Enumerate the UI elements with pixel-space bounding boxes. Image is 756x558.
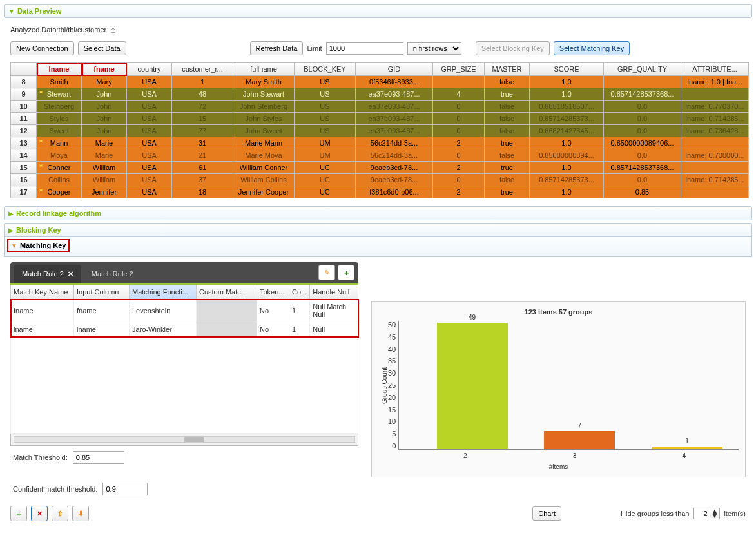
section-title: Matching Key [20, 242, 66, 249]
tab-label: Match Rule 2 [92, 270, 133, 278]
confident-threshold-input[interactable] [102, 483, 148, 495]
section-header-data-preview[interactable]: ▼ Data Preview [4, 4, 752, 18]
column-header[interactable] [11, 63, 37, 76]
table-row[interactable]: 14MoyaMarieUSA21Marie MoyaUM56c214dd-3a.… [11, 149, 749, 162]
table-row[interactable]: 13MannMarieUSA31Marie MannUM56c214dd-3a.… [11, 137, 749, 149]
table-row[interactable]: 9StewartJohnUSA48John StewartUSea37e093-… [11, 88, 749, 101]
mk-column-header[interactable]: Token... [257, 284, 289, 300]
add-rule-button[interactable]: ＋ [338, 265, 354, 280]
mk-column-header[interactable]: Handle Null [310, 284, 358, 300]
move-up-button[interactable]: ⇧ [52, 506, 68, 521]
mk-column-header[interactable]: Matching Functi... [130, 284, 197, 300]
section-title: Data Preview [17, 7, 61, 15]
chart-xtick: 4 [629, 450, 739, 459]
column-header[interactable]: GID [356, 63, 433, 76]
mk-column-header[interactable]: Match Key Name [11, 284, 74, 300]
delete-button[interactable]: ✕ [31, 506, 48, 521]
select-blocking-key-button: Select Blocking Key [476, 41, 550, 55]
chevron-down-icon: ▼ [11, 242, 17, 249]
tab-match-rule-active[interactable]: Match Rule 2 ✕ [14, 265, 81, 283]
tab-match-rule[interactable]: Match Rule 2 [84, 265, 141, 283]
chart-bar: 49 [437, 323, 508, 449]
chart-xlabel: #items [378, 459, 739, 470]
chart-button[interactable]: Chart [532, 506, 561, 521]
move-down-button[interactable]: ⇩ [72, 506, 89, 521]
section-header-blocking-key[interactable]: ▶ Blocking Key [4, 223, 752, 236]
section-title: Record linkage algorithm [16, 209, 101, 217]
table-row[interactable]: 10SteinbergJohnUSA72John SteinbergUSea37… [11, 101, 749, 113]
mk-row[interactable]: lnamelnameJaro-WinklerNo1Null [11, 322, 358, 337]
group-chart: 123 items 57 groups Group Count 50454035… [371, 301, 746, 477]
hide-groups-label-post: item(s) [724, 510, 746, 517]
chevron-right-icon: ▶ [8, 210, 14, 217]
confident-threshold-label: Confident match threshold: [13, 485, 97, 493]
select-matching-key-button[interactable]: Select Matching Key [554, 41, 630, 55]
edit-rule-button[interactable]: ✎ [318, 265, 335, 280]
mk-row[interactable]: fnamefnameLevenshteinNo1Null Match Null [11, 300, 358, 322]
table-row[interactable]: 8SmithMaryUSA1Mary SmithUS0f5646ff-8933.… [11, 76, 749, 88]
match-threshold-label: Match Threshold: [13, 454, 68, 461]
column-header[interactable]: country [127, 63, 172, 76]
select-data-button[interactable]: Select Data [78, 41, 126, 55]
table-row[interactable]: 11StylesJohnUSA15John StylesUSea37e093-4… [11, 113, 749, 125]
column-header[interactable]: SCORE [530, 63, 604, 76]
table-row[interactable]: 17CooperJenniferUSA18Jennifer CooperUCf3… [11, 186, 749, 198]
mk-column-header[interactable]: Co... [289, 284, 310, 300]
column-header[interactable]: fname [82, 63, 127, 76]
close-tab-icon[interactable]: ✕ [68, 270, 73, 278]
data-preview-table[interactable]: lnamefnamecountrycustomer_r...fullnameBL… [10, 62, 749, 198]
hide-groups-spinner[interactable]: ▲▼ [693, 508, 721, 519]
column-header[interactable]: BLOCK_KEY [295, 63, 356, 76]
column-header[interactable]: fullname [233, 63, 295, 76]
refresh-data-button[interactable]: Refresh Data [250, 41, 304, 55]
mk-column-header[interactable]: Custom Matc... [197, 284, 257, 300]
mk-column-header[interactable]: Input Column [74, 284, 130, 300]
match-threshold-input[interactable] [73, 451, 124, 464]
section-title: Blocking Key [16, 226, 61, 234]
section-header-matching-key[interactable]: ▼ Matching Key [7, 239, 70, 252]
chart-title: 123 items 57 groups [378, 308, 739, 321]
column-header[interactable]: lname [37, 63, 82, 76]
chevron-down-icon: ▼ [8, 8, 15, 15]
tab-label: Match Rule 2 [22, 270, 64, 278]
table-row[interactable]: 15ConnerWilliamUSA61William ConnerUC9eae… [11, 162, 749, 174]
section-header-record-linkage[interactable]: ▶ Record linkage algorithm [4, 206, 752, 220]
hide-groups-label-pre: Hide groups less than [621, 510, 689, 517]
chart-bar: 7 [544, 431, 615, 449]
column-header[interactable]: customer_r... [172, 63, 233, 76]
hide-groups-input[interactable] [694, 508, 710, 519]
chart-xtick: 3 [520, 450, 630, 459]
limit-label: Limit [307, 44, 322, 52]
chart-xtick: 2 [411, 450, 520, 459]
spinner-down-icon[interactable]: ▼ [712, 514, 719, 518]
chart-ylabel: Group Count [378, 321, 388, 450]
column-header[interactable]: ATTRIBUTE... [681, 63, 749, 76]
chevron-right-icon: ▶ [8, 227, 14, 234]
table-row[interactable]: 16CollinsWilliamUSA37William CollinsUC9e… [11, 174, 749, 186]
column-header[interactable]: GRP_QUALITY [604, 63, 681, 76]
column-header[interactable]: GRP_SIZE [433, 63, 485, 76]
home-icon[interactable] [110, 24, 115, 35]
chart-bar: 1 [652, 447, 722, 449]
table-row[interactable]: 12SweetJohnUSA77John SweetUSea37e093-487… [11, 125, 749, 137]
add-button[interactable]: ＋ [10, 506, 27, 521]
match-key-table[interactable]: Match Key NameInput ColumnMatching Funct… [10, 283, 358, 434]
column-header[interactable]: MASTER [485, 63, 530, 76]
limit-mode-select[interactable]: n first rows [407, 42, 461, 55]
limit-input[interactable] [326, 42, 403, 55]
new-connection-button[interactable]: New Connection [10, 41, 74, 55]
analyzed-data-label: Analyzed Data:tbi/tbi/customer [10, 26, 106, 34]
